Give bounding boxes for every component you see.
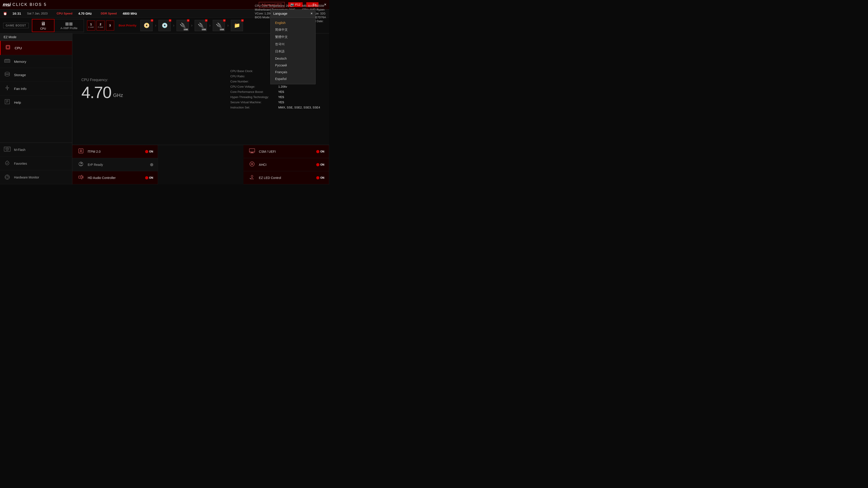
boot-device-5[interactable]: 🔌 U USB [213, 20, 225, 31]
favorites-label: Favorites [14, 162, 27, 165]
svg-rect-57 [79, 176, 81, 178]
mb-model: MB: MAG B650M [302, 4, 326, 7]
profile-2-button[interactable]: 2 2 user [96, 21, 105, 31]
cpu-speed-label: CPU Speed [57, 12, 72, 15]
instruction-set-value: MMX, SSE, SSE2, SSE3, SSE4 [278, 106, 320, 109]
cpu-ratio-label: CPU Ratio: [230, 74, 276, 78]
cpu-base-clock-label: CPU Base Clock: [230, 69, 276, 73]
usb-icon-1: 🔌 [180, 23, 186, 29]
cpu-freq-value: 4.70 [81, 84, 111, 101]
language-list: English 简体中文 繁體中文 한국어 日本語 Deutsch Русски… [271, 18, 315, 84]
cpu-nav-icon [4, 44, 11, 52]
cpu-temp: CPU Core Temperature: 20°C [255, 4, 295, 7]
erp-toggle [150, 163, 153, 166]
svg-rect-19 [9, 59, 9, 60]
boot-device-2[interactable]: 💿 U [158, 20, 170, 31]
time-display: 16:31 [12, 11, 21, 15]
axmp-button[interactable]: ▦▦ A-XMP Profile [55, 19, 84, 32]
dvd-icon: 📀 [144, 23, 150, 29]
ahci-button[interactable]: AHCI ON [243, 158, 329, 171]
boot-device-4[interactable]: 🔌 U USB [195, 20, 207, 31]
sidebar-item-favorites[interactable]: Favorites [0, 157, 72, 170]
memory-nav-icon [4, 58, 11, 65]
arrow-icon-3: › [191, 23, 192, 28]
sidebar-item-memory[interactable]: Memory [0, 55, 72, 68]
lang-item-deutsch[interactable]: Deutsch [271, 55, 315, 62]
lang-item-traditional-chinese[interactable]: 繁體中文 [271, 33, 315, 41]
svg-point-48 [80, 150, 82, 151]
sidebar-item-storage[interactable]: Storage [0, 68, 72, 82]
cpu-boost-label: CPU [40, 27, 46, 30]
svg-rect-16 [6, 59, 6, 60]
sidebar-item-m-flash[interactable]: M-Flash [0, 143, 72, 157]
lang-item-simplified-chinese[interactable]: 简体中文 [271, 26, 315, 33]
lang-item-japanese[interactable]: 日本語 [271, 48, 315, 55]
core-perf-boost-label: Core Performance Boost: [230, 90, 276, 94]
ez-led-toggle: ON [316, 176, 324, 180]
ddr-speed-value: 4800 MHz [123, 12, 137, 15]
fan-nav-label: Fan Info [14, 87, 26, 91]
lang-item-russian[interactable]: Русский [271, 62, 315, 69]
cpu-freq-section: CPU Frequency: 4.70 GHz [81, 78, 123, 101]
instruction-set-label: Instruction Set: [230, 106, 276, 109]
boot-device-3[interactable]: 🔌 U USB [177, 20, 189, 31]
cpu-nav-label: CPU [15, 46, 22, 50]
profile-3-button[interactable]: 3 [106, 21, 114, 31]
erp-button[interactable]: ErP Ready [72, 158, 158, 171]
core-number-label: Core Number: [230, 80, 276, 83]
ahci-label: AHCI [259, 163, 266, 166]
language-panel-header: Language × [271, 10, 315, 18]
cpu-freq-label: CPU Frequency: [81, 78, 123, 82]
cpu-freq-unit: GHz [113, 92, 123, 101]
boot-device-6[interactable]: 📁 U [231, 20, 243, 31]
axmp-profiles: 1 1 user 2 2 user 3 [87, 19, 114, 32]
csm-label: CSM / UEFI [259, 150, 276, 153]
svg-rect-1 [7, 46, 9, 48]
boot-priority-label: Boot Priority [119, 24, 136, 27]
svg-point-27 [5, 72, 9, 74]
sidebar-item-cpu[interactable]: CPU [0, 41, 72, 55]
date-display: Sat 7 Jan, 2023 [27, 12, 48, 15]
svg-point-58 [251, 175, 253, 177]
svg-point-38 [7, 149, 8, 150]
language-panel: Language × English 简体中文 繁體中文 한국어 日本語 Deu… [270, 9, 315, 84]
sidebar-item-fan-info[interactable]: Fan Info [0, 82, 72, 96]
boot-device-1[interactable]: 📀 U [141, 20, 153, 31]
language-close-button[interactable]: × [311, 11, 313, 15]
lang-item-korean[interactable]: 한국어 [271, 41, 315, 48]
sidebar-bottom: M-Flash Favorites [0, 142, 72, 184]
usb-icon-2: 🔌 [198, 23, 204, 29]
cpu-boost-button[interactable]: 🖥 CPU [32, 19, 55, 32]
csm-button[interactable]: CSM / UEFI ON [243, 145, 329, 158]
svg-point-55 [251, 163, 253, 165]
ahci-icon [248, 161, 256, 168]
sidebar: EZ Mode [0, 33, 72, 184]
ez-led-icon [248, 174, 256, 182]
sidebar-item-hardware-monitor[interactable]: Hardware Monitor [0, 170, 72, 184]
help-nav-label: Help [14, 101, 21, 104]
csm-icon [248, 148, 256, 155]
m-flash-label: M-Flash [14, 148, 26, 152]
lang-item-english[interactable]: English [271, 20, 315, 26]
lang-item-french[interactable]: Français [271, 69, 315, 75]
help-nav-icon [4, 99, 11, 106]
hd-audio-button[interactable]: HD Audio Controller ON [72, 171, 158, 184]
svg-rect-49 [249, 149, 255, 152]
svg-point-30 [5, 74, 9, 76]
sidebar-item-help[interactable]: Help [0, 96, 72, 109]
cpu-core-voltage-label: CPU Core Voltage: [230, 85, 276, 88]
lang-item-spanish[interactable]: Español [271, 75, 315, 82]
hyper-threading-label: Hyper-Threading Technology: [230, 95, 276, 99]
bios-title: CLICK BIOS 5 [12, 2, 47, 7]
arrow-icon-1: › [155, 23, 156, 28]
ez-led-button[interactable]: EZ LED Control ON [243, 171, 329, 184]
ahci-toggle: ON [316, 163, 324, 166]
favorites-icon [4, 160, 11, 167]
ftpm-toggle: ON [145, 150, 153, 153]
svg-rect-17 [7, 59, 7, 60]
secure-vm-label: Secure Virtual Machine: [230, 101, 276, 104]
hardware-monitor-label: Hardware Monitor [14, 175, 39, 179]
profile-1-button[interactable]: 1 1 user [87, 21, 95, 31]
ftpm-button[interactable]: fTPM 2.0 ON [72, 145, 158, 158]
arrow-icon-2: › [173, 23, 174, 28]
